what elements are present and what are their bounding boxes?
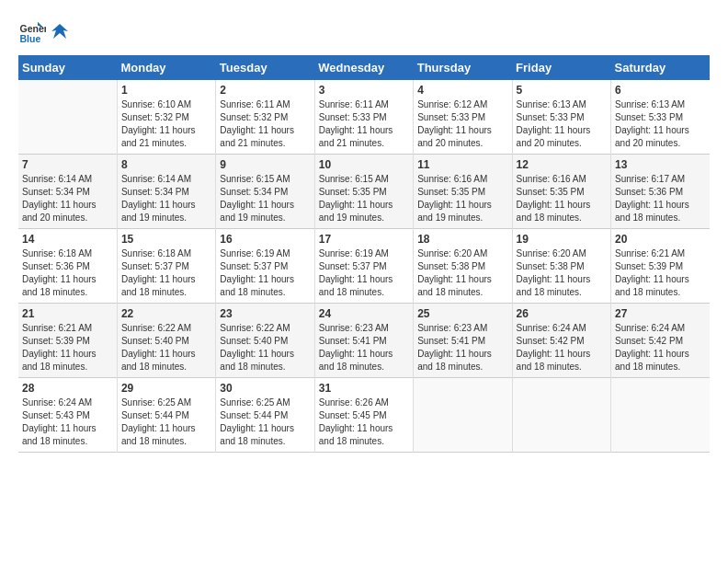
calendar-day-cell: 5Sunrise: 6:13 AMSunset: 5:33 PMDaylight… <box>512 80 610 155</box>
day-of-week-header: Tuesday <box>216 55 314 80</box>
calendar-day-cell: 21Sunrise: 6:21 AMSunset: 5:39 PMDayligh… <box>18 304 117 378</box>
day-info: Sunrise: 6:25 AMSunset: 5:44 PMDaylight:… <box>121 396 211 448</box>
page-header: General Blue <box>18 18 710 46</box>
day-info: Sunrise: 6:21 AMSunset: 5:39 PMDaylight:… <box>615 247 706 299</box>
day-info: Sunrise: 6:24 AMSunset: 5:42 PMDaylight:… <box>615 322 706 373</box>
calendar-day-cell: 3Sunrise: 6:11 AMSunset: 5:33 PMDaylight… <box>314 80 413 155</box>
day-number: 21 <box>22 307 113 320</box>
calendar-week-row: 28Sunrise: 6:24 AMSunset: 5:43 PMDayligh… <box>18 378 710 453</box>
calendar-day-cell: 20Sunrise: 6:21 AMSunset: 5:39 PMDayligh… <box>611 229 710 304</box>
calendar-day-cell: 11Sunrise: 6:16 AMSunset: 5:35 PMDayligh… <box>414 155 512 229</box>
calendar-day-cell <box>414 378 512 453</box>
day-of-week-header: Thursday <box>414 55 512 80</box>
calendar-day-cell: 27Sunrise: 6:24 AMSunset: 5:42 PMDayligh… <box>611 304 710 378</box>
day-info: Sunrise: 6:23 AMSunset: 5:41 PMDaylight:… <box>417 322 507 373</box>
calendar-day-cell: 12Sunrise: 6:16 AMSunset: 5:35 PMDayligh… <box>512 155 610 229</box>
calendar-day-cell: 10Sunrise: 6:15 AMSunset: 5:35 PMDayligh… <box>314 155 413 229</box>
calendar-day-cell: 7Sunrise: 6:14 AMSunset: 5:34 PMDaylight… <box>18 155 117 229</box>
day-info: Sunrise: 6:16 AMSunset: 5:35 PMDaylight:… <box>517 173 607 224</box>
calendar-day-cell <box>611 378 710 453</box>
day-info: Sunrise: 6:23 AMSunset: 5:41 PMDaylight:… <box>319 322 409 373</box>
calendar-day-cell: 17Sunrise: 6:19 AMSunset: 5:37 PMDayligh… <box>314 229 413 304</box>
calendar-week-row: 7Sunrise: 6:14 AMSunset: 5:34 PMDaylight… <box>18 155 710 229</box>
day-number: 2 <box>220 84 310 97</box>
day-info: Sunrise: 6:15 AMSunset: 5:34 PMDaylight:… <box>220 173 310 224</box>
days-header-row: SundayMondayTuesdayWednesdayThursdayFrid… <box>18 55 710 80</box>
day-info: Sunrise: 6:11 AMSunset: 5:32 PMDaylight:… <box>220 98 310 150</box>
day-info: Sunrise: 6:13 AMSunset: 5:33 PMDaylight:… <box>517 98 607 150</box>
day-of-week-header: Monday <box>117 55 215 80</box>
day-info: Sunrise: 6:24 AMSunset: 5:43 PMDaylight:… <box>22 396 113 448</box>
day-info: Sunrise: 6:12 AMSunset: 5:33 PMDaylight:… <box>417 98 507 150</box>
calendar-day-cell: 22Sunrise: 6:22 AMSunset: 5:40 PMDayligh… <box>117 304 215 378</box>
day-number: 17 <box>319 233 409 246</box>
day-of-week-header: Sunday <box>18 55 117 80</box>
day-number: 23 <box>220 307 310 320</box>
day-info: Sunrise: 6:18 AMSunset: 5:36 PMDaylight:… <box>22 247 113 299</box>
day-of-week-header: Wednesday <box>314 55 413 80</box>
calendar-day-cell: 26Sunrise: 6:24 AMSunset: 5:42 PMDayligh… <box>512 304 610 378</box>
day-number: 28 <box>22 382 113 395</box>
day-number: 30 <box>220 382 310 395</box>
calendar-day-cell <box>18 80 117 155</box>
calendar-day-cell: 18Sunrise: 6:20 AMSunset: 5:38 PMDayligh… <box>414 229 512 304</box>
calendar-day-cell: 2Sunrise: 6:11 AMSunset: 5:32 PMDaylight… <box>216 80 314 155</box>
calendar-day-cell: 16Sunrise: 6:19 AMSunset: 5:37 PMDayligh… <box>216 229 314 304</box>
logo-bird-icon <box>50 22 70 42</box>
day-info: Sunrise: 6:19 AMSunset: 5:37 PMDaylight:… <box>319 247 409 299</box>
calendar-day-cell: 19Sunrise: 6:20 AMSunset: 5:38 PMDayligh… <box>512 229 610 304</box>
day-number: 12 <box>517 158 607 171</box>
day-number: 4 <box>417 84 507 97</box>
day-info: Sunrise: 6:26 AMSunset: 5:45 PMDaylight:… <box>319 396 409 448</box>
day-number: 19 <box>517 233 607 246</box>
day-number: 8 <box>121 158 211 171</box>
day-number: 6 <box>615 84 706 97</box>
calendar-day-cell: 13Sunrise: 6:17 AMSunset: 5:36 PMDayligh… <box>611 155 710 229</box>
day-number: 1 <box>121 84 211 97</box>
calendar-day-cell: 28Sunrise: 6:24 AMSunset: 5:43 PMDayligh… <box>18 378 117 453</box>
calendar-day-cell: 24Sunrise: 6:23 AMSunset: 5:41 PMDayligh… <box>314 304 413 378</box>
day-info: Sunrise: 6:14 AMSunset: 5:34 PMDaylight:… <box>121 173 211 224</box>
day-number: 5 <box>517 84 607 97</box>
day-number: 13 <box>615 158 706 171</box>
day-number: 20 <box>615 233 706 246</box>
day-number: 22 <box>121 307 211 320</box>
day-info: Sunrise: 6:16 AMSunset: 5:35 PMDaylight:… <box>417 173 507 224</box>
day-number: 16 <box>220 233 310 246</box>
calendar-day-cell: 31Sunrise: 6:26 AMSunset: 5:45 PMDayligh… <box>314 378 413 453</box>
day-number: 15 <box>121 233 211 246</box>
calendar-day-cell: 4Sunrise: 6:12 AMSunset: 5:33 PMDaylight… <box>414 80 512 155</box>
day-info: Sunrise: 6:10 AMSunset: 5:32 PMDaylight:… <box>121 98 211 150</box>
logo-icon: General Blue <box>18 18 46 46</box>
day-info: Sunrise: 6:22 AMSunset: 5:40 PMDaylight:… <box>121 322 211 373</box>
day-number: 24 <box>319 307 409 320</box>
day-info: Sunrise: 6:24 AMSunset: 5:42 PMDaylight:… <box>517 322 607 373</box>
day-of-week-header: Saturday <box>611 55 710 80</box>
day-number: 11 <box>417 158 507 171</box>
day-info: Sunrise: 6:17 AMSunset: 5:36 PMDaylight:… <box>615 173 706 224</box>
calendar-day-cell: 1Sunrise: 6:10 AMSunset: 5:32 PMDaylight… <box>117 80 215 155</box>
day-info: Sunrise: 6:21 AMSunset: 5:39 PMDaylight:… <box>22 322 113 373</box>
day-number: 25 <box>417 307 507 320</box>
day-number: 27 <box>615 307 706 320</box>
calendar-day-cell: 30Sunrise: 6:25 AMSunset: 5:44 PMDayligh… <box>216 378 314 453</box>
day-number: 10 <box>319 158 409 171</box>
svg-marker-2 <box>51 24 68 39</box>
logo: General Blue <box>18 18 72 46</box>
calendar-week-row: 14Sunrise: 6:18 AMSunset: 5:36 PMDayligh… <box>18 229 710 304</box>
day-number: 31 <box>319 382 409 395</box>
day-info: Sunrise: 6:20 AMSunset: 5:38 PMDaylight:… <box>417 247 507 299</box>
calendar-day-cell: 25Sunrise: 6:23 AMSunset: 5:41 PMDayligh… <box>414 304 512 378</box>
calendar-week-row: 1Sunrise: 6:10 AMSunset: 5:32 PMDaylight… <box>18 80 710 155</box>
day-info: Sunrise: 6:25 AMSunset: 5:44 PMDaylight:… <box>220 396 310 448</box>
calendar-day-cell <box>512 378 610 453</box>
calendar-day-cell: 9Sunrise: 6:15 AMSunset: 5:34 PMDaylight… <box>216 155 314 229</box>
calendar-day-cell: 8Sunrise: 6:14 AMSunset: 5:34 PMDaylight… <box>117 155 215 229</box>
calendar-day-cell: 14Sunrise: 6:18 AMSunset: 5:36 PMDayligh… <box>18 229 117 304</box>
day-number: 29 <box>121 382 211 395</box>
calendar-week-row: 21Sunrise: 6:21 AMSunset: 5:39 PMDayligh… <box>18 304 710 378</box>
day-number: 9 <box>220 158 310 171</box>
calendar-day-cell: 6Sunrise: 6:13 AMSunset: 5:33 PMDaylight… <box>611 80 710 155</box>
calendar-day-cell: 23Sunrise: 6:22 AMSunset: 5:40 PMDayligh… <box>216 304 314 378</box>
day-number: 18 <box>417 233 507 246</box>
